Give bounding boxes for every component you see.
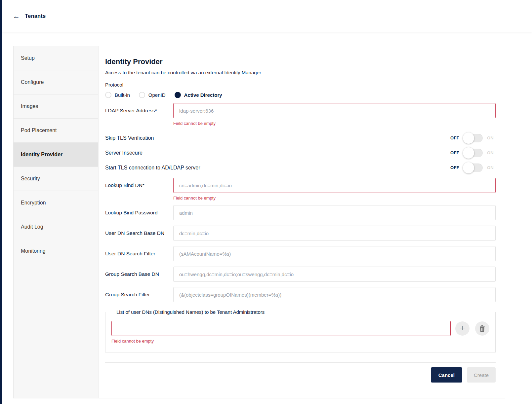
user-dn-search-filter-row: User DN Search Filter: [105, 246, 496, 261]
breadcrumb-tenants[interactable]: Tenants: [25, 13, 46, 19]
sidebar-item-monitoring[interactable]: Monitoring: [14, 239, 98, 263]
skip-tls-row: Skip TLS Verification OFF ON: [105, 130, 496, 145]
toggle-knob: [463, 147, 474, 159]
group-search-base-row: Group Search Base DN: [105, 267, 496, 282]
group-search-filter-label: Group Search Filter: [105, 287, 173, 302]
sidebar-item-images[interactable]: Images: [14, 94, 98, 119]
group-search-filter-input[interactable]: [173, 287, 496, 302]
radio-active-directory-label: Active Directory: [184, 92, 222, 98]
back-arrow-icon[interactable]: ←: [13, 13, 20, 19]
radio-built-in[interactable]: Built-in: [105, 92, 130, 98]
lookup-bind-password-row: Lookup Bind Password: [105, 205, 496, 220]
sidebar-item-encryption[interactable]: Encryption: [14, 191, 98, 215]
toggle-off-label: OFF: [450, 135, 459, 140]
ldap-server-input[interactable]: [173, 103, 496, 118]
server-insecure-toggle-block: OFF ON: [450, 149, 496, 157]
radio-built-in-label: Built-in: [115, 92, 130, 98]
tenant-admin-dn-error: Field cannot be empty: [111, 339, 451, 344]
cancel-button[interactable]: Cancel: [431, 367, 462, 383]
radio-openid[interactable]: OpenID: [139, 92, 166, 98]
group-search-base-label: Group Search Base DN: [105, 267, 173, 282]
start-tls-toggle[interactable]: [464, 164, 483, 172]
tenant-admin-dn-row: Field cannot be empty +: [111, 321, 489, 344]
page-title: Identity Provider: [105, 57, 496, 66]
user-dn-search-filter-input[interactable]: [173, 246, 496, 261]
page-description: Access to the tenant can be controlled v…: [105, 70, 496, 75]
plus-icon: +: [460, 323, 465, 333]
server-insecure-row: Server Insecure OFF ON: [105, 145, 496, 160]
tenant-admin-dns-fieldset: List of user DNs (Distinguished Names) t…: [105, 309, 496, 352]
toggle-knob: [463, 162, 474, 173]
topbar: ← Tenants: [2, 0, 532, 32]
user-dn-search-filter-label: User DN Search Filter: [105, 246, 173, 261]
sidebar-item-audit-log[interactable]: Audit Log: [14, 215, 98, 239]
ldap-server-label: LDAP Server Address*: [105, 103, 173, 118]
wizard-sidebar: Setup Configure Images Pod Placement Ide…: [14, 46, 99, 398]
lookup-bind-dn-error: Field cannot be empty: [173, 196, 496, 201]
start-tls-label: Start TLS connection to AD/LDAP server: [105, 165, 450, 171]
identity-provider-form: Identity Provider Access to the tenant c…: [99, 46, 505, 398]
trash-icon: [479, 325, 485, 332]
sidebar-item-configure[interactable]: Configure: [14, 70, 98, 94]
sidebar-item-setup[interactable]: Setup: [14, 46, 98, 70]
group-search-filter-row: Group Search Filter: [105, 287, 496, 302]
lookup-bind-dn-row: Lookup Bind DN* Field cannot be empty: [105, 178, 496, 201]
protocol-label: Protocol: [105, 82, 496, 88]
remove-dn-button[interactable]: [475, 321, 489, 336]
skip-tls-toggle-block: OFF ON: [450, 134, 496, 142]
skip-tls-toggle[interactable]: [464, 134, 483, 142]
toggle-on-label: ON: [487, 165, 494, 170]
radio-unchecked-icon: [105, 92, 111, 98]
tenant-admin-dns-legend: List of user DNs (Distinguished Names) t…: [114, 309, 267, 315]
footer-divider: [105, 362, 496, 363]
tenant-wizard-panel: Setup Configure Images Pod Placement Ide…: [13, 46, 505, 398]
lookup-bind-password-input[interactable]: [173, 205, 496, 220]
skip-tls-label: Skip TLS Verification: [105, 135, 450, 141]
radio-checked-icon: [175, 92, 181, 98]
user-dn-search-base-row: User DN Search Base DN: [105, 226, 496, 241]
sidebar-item-pod-placement[interactable]: Pod Placement: [14, 119, 98, 143]
app-accent-strip: [0, 0, 2, 404]
tls-toggles-group: Skip TLS Verification OFF ON Server Inse…: [105, 130, 496, 175]
radio-unchecked-icon: [139, 92, 145, 98]
toggle-knob: [463, 132, 474, 144]
tenant-admin-dn-input[interactable]: [111, 321, 451, 336]
toggle-on-label: ON: [487, 150, 494, 155]
user-dn-search-base-label: User DN Search Base DN: [105, 226, 173, 241]
ldap-server-row: LDAP Server Address* Field cannot be emp…: [105, 103, 496, 126]
ldap-server-error: Field cannot be empty: [173, 121, 496, 126]
start-tls-toggle-block: OFF ON: [450, 164, 496, 172]
protocol-radio-group: Built-in OpenID Active Directory: [105, 92, 496, 98]
sidebar-item-security[interactable]: Security: [14, 167, 98, 191]
toggle-on-label: ON: [487, 135, 494, 140]
toggle-off-label: OFF: [450, 150, 459, 155]
server-insecure-toggle[interactable]: [464, 149, 483, 157]
form-actions: Cancel Create: [105, 367, 496, 383]
sidebar-item-identity-provider[interactable]: Identity Provider: [14, 143, 98, 167]
toggle-off-label: OFF: [450, 165, 459, 170]
user-dn-search-base-input[interactable]: [173, 226, 496, 241]
create-button[interactable]: Create: [467, 367, 496, 383]
lookup-bind-password-label: Lookup Bind Password: [105, 205, 173, 220]
group-search-base-input[interactable]: [173, 267, 496, 282]
lookup-bind-dn-input[interactable]: [173, 178, 496, 193]
lookup-bind-dn-label: Lookup Bind DN*: [105, 178, 173, 193]
radio-active-directory[interactable]: Active Directory: [175, 92, 222, 98]
server-insecure-label: Server Insecure: [105, 150, 450, 156]
start-tls-row: Start TLS connection to AD/LDAP server O…: [105, 160, 496, 175]
add-dn-button[interactable]: +: [455, 321, 470, 336]
radio-openid-label: OpenID: [148, 92, 166, 98]
